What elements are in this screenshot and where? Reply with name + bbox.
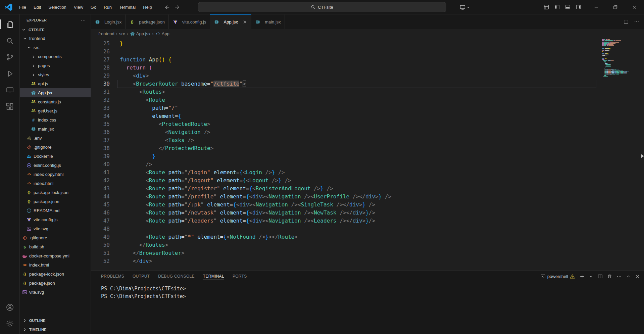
project-section-header[interactable]: CTFSITE — [20, 26, 91, 34]
code-line-50[interactable]: 50 </Routes> — [91, 241, 644, 249]
tree-file-index-copy-html[interactable]: <>index copy.html — [20, 170, 91, 179]
menu-go[interactable]: Go — [87, 2, 100, 12]
code-line-25[interactable]: 25} — [91, 40, 644, 48]
code-line-52[interactable]: 52 </div> — [91, 257, 644, 265]
code-line-31[interactable]: 31 <Routes> — [91, 88, 644, 96]
menu-help[interactable]: Help — [139, 2, 156, 12]
code-line-42[interactable]: 42 <Route path="/logout" element={<Logou… — [91, 177, 644, 185]
tab-close-button[interactable] — [242, 19, 247, 25]
code-line-39[interactable]: 39 } — [91, 152, 644, 160]
code-line-33[interactable]: 33 path="/" — [91, 104, 644, 112]
back-button[interactable] — [164, 4, 170, 10]
tree-file-gitignore[interactable]: .gitignore — [20, 233, 91, 242]
tree-file-vite-config-js[interactable]: vite.config.js — [20, 215, 91, 224]
activity-search[interactable] — [0, 33, 19, 49]
tree-folder-pages[interactable]: pages — [20, 61, 91, 70]
tab-login-jsx[interactable]: Login.jsx — [91, 14, 126, 29]
code-line-35[interactable]: 35 <ProtectedRoute> — [91, 120, 644, 128]
panel-tab-output[interactable]: OUTPUT — [133, 271, 150, 282]
tree-file-readme-md[interactable]: README.md — [20, 206, 91, 215]
code-line-29[interactable]: 29 <div> — [91, 72, 644, 80]
shell-selector[interactable]: powershell — [541, 274, 575, 279]
restore-button[interactable] — [606, 0, 625, 14]
tree-folder-styles[interactable]: styles — [20, 70, 91, 79]
menu-terminal[interactable]: Terminal — [115, 2, 139, 12]
tree-file-vite-svg[interactable]: vite.svg — [20, 288, 91, 297]
tree-file-index-css[interactable]: #index.css — [20, 115, 91, 125]
close-panel-button[interactable] — [635, 274, 640, 279]
tree-folder-src[interactable]: src — [20, 43, 91, 52]
panel-tab-debug-console[interactable]: DEBUG CONSOLE — [158, 271, 195, 282]
code-line-40[interactable]: 40 /> — [91, 160, 644, 169]
remote-window-button[interactable] — [460, 4, 470, 10]
toggle-secondary-sidebar-button[interactable] — [576, 4, 581, 10]
activity-remote-explorer[interactable] — [0, 82, 19, 98]
code-line-48[interactable]: 48 — [91, 225, 644, 233]
code-line-30[interactable]: 30 <BrowserRouter basename="/ctfsite"> — [91, 80, 644, 88]
tab-vite-config-js[interactable]: vite.config.js — [169, 14, 210, 29]
code-line-46[interactable]: 46 <Route path="/newtask" element={<div>… — [91, 209, 644, 217]
breadcrumb-item-src[interactable]: src — [119, 31, 125, 36]
breadcrumb-item-frontend[interactable]: frontend — [98, 31, 114, 36]
tree-file-docker-compose-yml[interactable]: docker-compose.yml — [20, 251, 91, 260]
tree-file-build-sh[interactable]: $build.sh — [20, 242, 91, 251]
menu-file[interactable]: File — [15, 2, 30, 12]
menu-view[interactable]: View — [70, 2, 87, 12]
kill-terminal-button[interactable] — [607, 274, 612, 279]
tree-file-getuser-js[interactable]: JSgetUser.js — [20, 106, 91, 115]
panel-tab-terminal[interactable]: TERMINAL — [203, 271, 224, 282]
tree-file-index-html[interactable]: <>index.html — [20, 260, 91, 270]
editor-pane[interactable]: 25}2627function App() {28 return (29 <di… — [91, 38, 644, 270]
customize-layout-button[interactable] — [544, 4, 549, 10]
tree-file-package-json[interactable]: {}package.json — [20, 197, 91, 206]
activity-extensions[interactable] — [0, 98, 19, 115]
code-line-27[interactable]: 27function App() { — [91, 56, 644, 64]
tree-file-index-html[interactable]: <>index.html — [20, 179, 91, 188]
tree-file-constants-js[interactable]: JSconstants.js — [20, 97, 91, 106]
code-line-28[interactable]: 28 return ( — [91, 64, 644, 72]
menu-run[interactable]: Run — [100, 2, 115, 12]
code-line-34[interactable]: 34 element={ — [91, 112, 644, 120]
new-terminal-button[interactable] — [580, 274, 585, 279]
menu-edit[interactable]: Edit — [30, 2, 45, 12]
breadcrumb-item-app-jsx[interactable]: App.jsx — [130, 31, 151, 37]
forward-button[interactable] — [174, 4, 180, 10]
activity-source-control[interactable] — [0, 49, 19, 65]
code-line-26[interactable]: 26 — [91, 48, 644, 56]
toggle-panel-button[interactable] — [565, 4, 571, 10]
sidebar-section-outline[interactable]: OUTLINE — [20, 316, 91, 325]
panel-more-actions-button[interactable] — [616, 274, 622, 279]
maximize-panel-button[interactable] — [626, 274, 631, 279]
code-line-51[interactable]: 51 </BrowserRouter> — [91, 249, 644, 257]
code-line-47[interactable]: 47 <Route path="/leaders" element={<div>… — [91, 217, 644, 225]
tree-folder-components[interactable]: components — [20, 52, 91, 61]
tree-file-package-json[interactable]: {}package.json — [20, 279, 91, 288]
tree-file-gitignore[interactable]: .gitignore — [20, 143, 91, 152]
sidebar-section-timeline[interactable]: TIMELINE — [20, 325, 91, 334]
activity-run-and-debug[interactable] — [0, 65, 19, 82]
breadcrumb-item-app[interactable]: App — [155, 31, 169, 37]
terminal-profile-dropdown[interactable] — [589, 274, 593, 279]
panel-tab-problems[interactable]: PROBLEMS — [101, 271, 124, 282]
tree-file-main-jsx[interactable]: main.jsx — [20, 125, 91, 134]
tree-file-env[interactable]: .env — [20, 134, 91, 143]
tree-file-dockerfile[interactable]: Dockerfile — [20, 152, 91, 161]
code-line-45[interactable]: 45 <Route path="/:pk" element={<div><Nav… — [91, 201, 644, 209]
command-center-search[interactable]: CTFsite — [198, 2, 446, 12]
code-line-41[interactable]: 41 <Route path="/login" element={<Login … — [91, 169, 644, 177]
panel-tab-ports[interactable]: PORTS — [233, 271, 247, 282]
tree-file-api-js[interactable]: JSapi.js — [20, 79, 91, 88]
split-editor-button[interactable] — [624, 19, 629, 24]
code-line-37[interactable]: 37 <Tasks /> — [91, 136, 644, 144]
close-button[interactable] — [625, 0, 644, 14]
terminal-output[interactable]: PS C:\Dima\Projects\CTFsite>PS C:\Dima\P… — [91, 282, 644, 300]
tab-package-json[interactable]: {}package.json — [126, 14, 169, 29]
minimap[interactable] — [602, 39, 630, 78]
activity-explorer[interactable] — [0, 16, 19, 33]
tree-folder-frontend[interactable]: frontend — [20, 34, 91, 43]
toggle-primary-sidebar-button[interactable] — [554, 4, 560, 10]
code-line-44[interactable]: 44 <Route path="/profile" element={<div>… — [91, 193, 644, 201]
tree-file-vite-svg[interactable]: vite.svg — [20, 224, 91, 233]
activity-settings[interactable] — [0, 316, 19, 332]
code-line-36[interactable]: 36 <Navigation /> — [91, 128, 644, 136]
